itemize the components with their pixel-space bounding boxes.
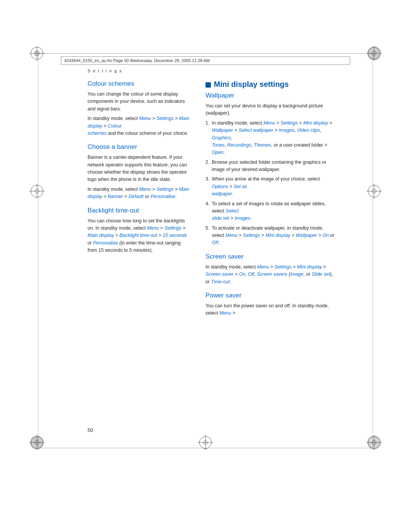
wallpaper-item-2: 2. Browse your selected folder containin… (206, 159, 335, 174)
link-wallpaper-2: Wallpaper (296, 233, 317, 238)
link-menu-7: Menu (219, 310, 231, 316)
link-images-1: Images (279, 128, 295, 133)
wallpaper-intro: You can set your device to display a bac… (206, 102, 335, 117)
heading-backlight: Backlight time-out (88, 207, 190, 214)
heading-choose-banner: Choose a banner (88, 143, 190, 151)
link-slide-set: Slide set (312, 272, 330, 277)
link-themes: Themes (254, 142, 271, 148)
link-open: Open (212, 150, 223, 155)
heading-wallpaper: Wallpaper (206, 92, 335, 99)
link-menu-3: Menu (147, 225, 159, 231)
link-settings-6: Settings (274, 264, 292, 270)
link-video-clips: Video clips (297, 128, 320, 133)
link-menu-4: Menu (263, 120, 275, 126)
section-power-saver: Power saver You can turn the power saver… (206, 292, 335, 317)
link-settings-4: Settings (280, 120, 298, 126)
crosshair-top-left (29, 45, 45, 63)
section-wallpaper: Wallpaper You can set your device to dis… (206, 92, 335, 247)
link-recordings: Recordings (227, 142, 251, 148)
link-default: Default (129, 194, 144, 199)
link-settings-3: Settings (164, 225, 182, 231)
link-options: Options (212, 184, 228, 189)
link-settings-1: Settings (156, 116, 174, 121)
link-screen-saver: Screen saver (206, 272, 234, 277)
colour-schemes-para1: You can change the colour of some displa… (88, 91, 190, 113)
wallpaper-item-4: 4. To select a set of images to rotate a… (206, 200, 335, 222)
left-column: Colour schemes You can change the colour… (88, 80, 190, 256)
left-border (38, 53, 38, 448)
file-info-text: 9243644_6155_en_au.fm Page 50 Wednesday,… (64, 58, 210, 63)
link-mini-display-3: Mini display (297, 264, 322, 270)
link-menu-6: Menu (257, 264, 269, 270)
crosshair-bottom-left (29, 434, 45, 452)
heading-screen-saver: Screen saver (206, 253, 335, 260)
mini-display-main-heading: Mini display settings (214, 80, 289, 89)
link-personalise-2: Personalise (93, 240, 118, 246)
link-time-out: Time-out (211, 279, 230, 284)
crosshair-bottom-right (366, 434, 382, 452)
link-backlight-timeout: Backlight time-out (119, 233, 157, 238)
wallpaper-item-5: 5. To activate or deactivate wallpaper, … (206, 225, 335, 247)
svg-point-9 (367, 46, 381, 60)
wallpaper-item-1: 1. In standby mode, select Menu > Settin… (206, 120, 335, 157)
blue-square-icon (206, 82, 211, 88)
link-image: Image (290, 272, 304, 277)
crosshair-mid-left (29, 183, 45, 201)
link-settings-2: Settings (156, 187, 174, 192)
choose-banner-para2: In standby mode, select Menu > Settings … (88, 186, 190, 201)
section-colour-schemes: Colour schemes You can change the colour… (88, 80, 190, 137)
link-main-display-3: Main display (88, 233, 114, 238)
link-personalise: Personalise (150, 194, 175, 199)
svg-point-31 (367, 436, 381, 449)
link-settings-5: Settings (243, 233, 260, 238)
link-menu-5: Menu (226, 233, 237, 238)
link-off-2: Off (248, 272, 255, 277)
right-column: Mini display settings Wallpaper You can … (206, 80, 335, 320)
link-graphics: Graphics (212, 135, 231, 141)
backlight-para1: You can choose how long to set the backl… (88, 217, 190, 254)
link-images-2: Images (235, 216, 250, 221)
heading-power-saver: Power saver (206, 292, 335, 299)
wallpaper-list: 1. In standby mode, select Menu > Settin… (206, 120, 335, 247)
settings-header: S e t t i n g s (88, 69, 122, 73)
link-15-seconds: 15 seconds (162, 233, 187, 238)
link-mini-display-2: Mini display (266, 233, 290, 238)
crosshair-mid-right (366, 183, 382, 201)
link-off: Off (212, 240, 218, 245)
section-choose-banner: Choose a banner Banner is a carrier-depe… (88, 143, 190, 200)
file-info-bar: 9243644_6155_en_au.fm Page 50 Wednesday,… (61, 56, 350, 65)
link-menu-1: Menu (139, 116, 151, 121)
heading-colour-schemes: Colour schemes (88, 80, 190, 88)
choose-banner-para1: Banner is a carrier-dependent feature. I… (88, 154, 190, 184)
link-select-wallpaper: Select wallpaper (239, 128, 274, 133)
top-border (38, 53, 373, 54)
colour-schemes-para2: In standby mode, select Menu > Settings … (88, 115, 190, 137)
crosshair-top-right (366, 45, 382, 63)
section-backlight: Backlight time-out You can choose how lo… (88, 207, 190, 254)
mini-display-heading-block: Mini display settings (206, 80, 335, 89)
crosshair-bottom-center (197, 434, 214, 452)
link-banner: Banner (108, 194, 123, 199)
section-screen-saver: Screen saver In standby mode, select Men… (206, 253, 335, 286)
wallpaper-item-3: 3. When you arrive at the image of your … (206, 176, 335, 198)
link-on-2: On (239, 272, 245, 277)
svg-point-4 (33, 50, 40, 57)
link-wallpaper: Wallpaper (212, 128, 233, 133)
page-number: 50 (88, 427, 93, 433)
link-menu-2: Menu (139, 187, 151, 192)
link-mini-display-1: Mini display (303, 120, 328, 126)
screen-saver-para: In standby mode, select Menu > Settings … (206, 264, 335, 286)
link-tones: Tones (212, 142, 225, 148)
page-container: 9243644_6155_en_au.fm Page 50 Wednesday,… (0, 0, 411, 532)
right-border (373, 53, 373, 448)
svg-point-22 (30, 436, 44, 449)
power-saver-para: You can turn the power saver on and off.… (206, 302, 335, 317)
link-main-display-1: Main display (88, 116, 190, 128)
link-on: On (322, 233, 329, 238)
link-screen-savers: Screen savers (257, 272, 287, 277)
